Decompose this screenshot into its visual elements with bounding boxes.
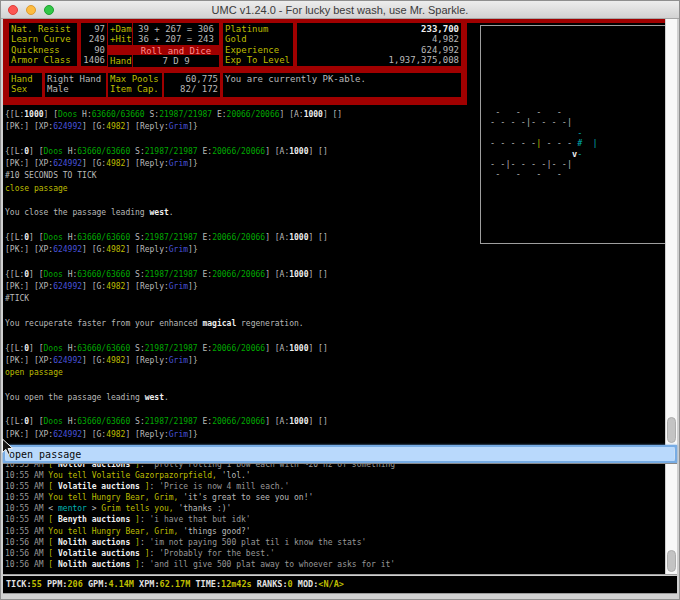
maximize-button[interactable] — [44, 5, 54, 15]
capacity-labels-cell: Max Pools Item Cap. — [108, 73, 162, 97]
close-button[interactable] — [8, 5, 18, 15]
main-output-pane: Nat. Resist Learn Curve Quickness Armor … — [3, 19, 677, 445]
main-scrollbar[interactable] — [665, 19, 677, 445]
command-input[interactable]: open passage — [3, 445, 677, 463]
status-bar: TICK:55 PPM:206 GPM:4.14M XPM:62.17M TIM… — [3, 576, 677, 593]
terminal-output: {[L:1000] [Doos H:63660/63660 S:21987/21… — [5, 109, 663, 441]
wealth-labels-cell: Platinum Gold Experience Exp To Level — [223, 23, 293, 66]
input-text-selection: open passage — [6, 447, 674, 461]
minimize-button[interactable] — [26, 5, 36, 15]
stats-panel: Nat. Resist Learn Curve Quickness Armor … — [3, 21, 467, 105]
client-content: Nat. Resist Learn Curve Quickness Armor … — [1, 19, 679, 600]
window-title: UMC v1.24.0 - For lucky best wash, use M… — [212, 4, 469, 16]
chat-scrollbar-thumb[interactable] — [667, 550, 676, 572]
modifier-labels-cell: +Dam +Hit — [108, 23, 132, 45]
title-bar[interactable]: UMC v1.24.0 - For lucky best wash, use M… — [1, 1, 679, 19]
chat-scrollbar[interactable] — [665, 464, 677, 574]
info-labels-cell: Hand Sex — [9, 73, 42, 97]
window-bottom-edge — [3, 593, 677, 600]
chat-pane: 10:55 AM [ Noltor auctions ]: 'prolly ro… — [3, 463, 677, 574]
traffic-light-buttons — [8, 5, 54, 15]
hand-dice-cell: 7 D 9 — [133, 55, 219, 67]
hand-label-cell: Hand — [108, 55, 132, 67]
info-values-cell: Right Hand Male — [45, 73, 106, 97]
wealth-values-cell: 233,700 4,982 624,992 1,937,375,008 — [297, 23, 461, 66]
attribute-values-cell: 97 249 90 1406 — [81, 23, 107, 66]
input-text: open passage — [6, 449, 81, 460]
attribute-labels-cell: Nat. Resist Learn Curve Quickness Armor … — [9, 23, 77, 66]
modifier-values-cell: 39 + 267 = 306 36 + 207 = 243 — [133, 23, 219, 45]
mouse-cursor-icon — [1, 438, 14, 456]
main-scrollbar-thumb[interactable] — [667, 417, 676, 443]
chat-output: 10:55 AM [ Noltor auctions ]: 'prolly ro… — [5, 463, 663, 570]
app-window: UMC v1.24.0 - For lucky best wash, use M… — [0, 0, 680, 600]
capacity-values-cell: 60,775 82/ 172 — [164, 73, 220, 97]
pk-notice-cell: You are currently PK-able. — [223, 73, 461, 97]
